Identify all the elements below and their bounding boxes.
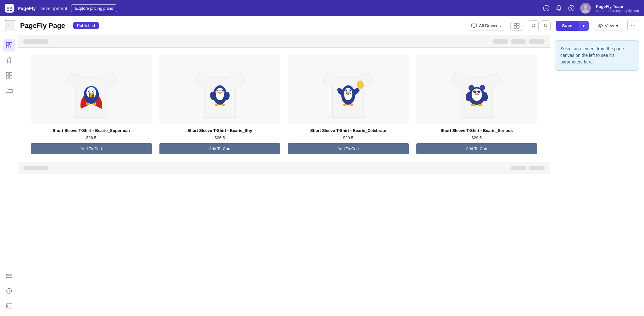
hint-text: Select an element from the page canvas o… bbox=[560, 46, 624, 64]
add-to-cart-button-2[interactable]: Add To Cart bbox=[288, 143, 409, 154]
svg-point-48 bbox=[93, 91, 94, 92]
sidebar-item-shopify[interactable] bbox=[3, 54, 15, 67]
svg-point-57 bbox=[221, 91, 225, 93]
svg-rect-19 bbox=[517, 23, 519, 25]
published-badge: Published bbox=[73, 22, 99, 29]
svg-point-65 bbox=[357, 80, 364, 89]
undo-button[interactable]: ↺ bbox=[528, 20, 539, 31]
top-bar-placeholder-2 bbox=[492, 39, 508, 44]
svg-point-47 bbox=[89, 91, 90, 92]
avatar[interactable] bbox=[580, 3, 591, 14]
add-to-cart-button-0[interactable]: Add To Cart bbox=[31, 143, 152, 154]
bottom-bar-placeholder-2 bbox=[511, 166, 526, 170]
svg-rect-4 bbox=[7, 6, 9, 8]
top-bar-placeholder-3 bbox=[511, 39, 526, 44]
product-price-2: $29.5 bbox=[343, 135, 353, 140]
logo bbox=[5, 4, 14, 13]
svg-rect-31 bbox=[9, 76, 12, 78]
view-button[interactable]: View ▾ bbox=[594, 21, 622, 30]
svg-rect-21 bbox=[517, 26, 519, 28]
svg-text:?: ? bbox=[570, 6, 573, 11]
top-navigation: PageFly Development Explore pricing plan… bbox=[0, 0, 644, 16]
view-dropdown-arrow: ▾ bbox=[616, 23, 618, 28]
top-bar-placeholder-4 bbox=[529, 39, 545, 44]
main-layout: S Short Sleeve T-Shirt - Bearie_Superman… bbox=[0, 35, 644, 316]
product-card-3: Short Sleeve T-Shirt - Bearie_Serious$29… bbox=[416, 55, 537, 154]
svg-point-60 bbox=[221, 104, 225, 106]
bottom-bar-placeholder-3 bbox=[529, 166, 545, 170]
svg-rect-6 bbox=[7, 9, 9, 10]
product-price-1: $26.5 bbox=[214, 135, 225, 140]
svg-point-88 bbox=[469, 86, 473, 90]
svg-point-36 bbox=[6, 275, 7, 276]
svg-point-71 bbox=[347, 92, 350, 94]
top-bar-placeholder-1 bbox=[23, 39, 48, 44]
svg-rect-30 bbox=[6, 76, 9, 78]
eye-icon bbox=[598, 24, 603, 28]
svg-point-11 bbox=[547, 8, 547, 8]
sidebar-item-add[interactable] bbox=[3, 39, 15, 52]
hint-box: Select an element from the page canvas o… bbox=[555, 40, 639, 71]
bell-icon[interactable] bbox=[555, 4, 563, 12]
svg-point-70 bbox=[349, 90, 350, 90]
product-image-0: S bbox=[31, 55, 152, 124]
sidebar-item-history[interactable] bbox=[3, 285, 15, 297]
save-button[interactable]: Save bbox=[556, 21, 579, 31]
product-name-2: Short Sleeve T-Shirt - Bearie_Celebrate bbox=[310, 128, 386, 133]
sidebar-item-console[interactable] bbox=[3, 300, 15, 312]
product-image-1 bbox=[159, 55, 280, 124]
svg-point-35 bbox=[6, 274, 7, 275]
more-options-button[interactable]: ··· bbox=[627, 20, 639, 31]
all-devices-label: All Devices bbox=[479, 23, 501, 28]
svg-rect-24 bbox=[9, 42, 12, 45]
chat-icon[interactable] bbox=[542, 4, 550, 12]
redo-button[interactable]: ↻ bbox=[540, 20, 551, 31]
svg-point-59 bbox=[214, 104, 219, 106]
layout-grid-button[interactable] bbox=[510, 21, 523, 31]
svg-rect-23 bbox=[6, 42, 9, 45]
svg-point-56 bbox=[214, 91, 218, 93]
undo-redo-group: ↺ ↻ bbox=[528, 20, 551, 31]
help-icon[interactable]: ? bbox=[568, 4, 575, 12]
svg-point-15 bbox=[584, 5, 587, 9]
svg-point-89 bbox=[480, 86, 484, 90]
top-nav-left: PageFly Development Explore pricing plan… bbox=[5, 4, 117, 13]
svg-rect-29 bbox=[9, 73, 12, 75]
canvas-area[interactable]: S Short Sleeve T-Shirt - Bearie_Superman… bbox=[18, 35, 550, 316]
sidebar-item-grid[interactable] bbox=[3, 69, 15, 82]
save-dropdown-button[interactable]: ▼ bbox=[579, 21, 589, 31]
svg-rect-18 bbox=[514, 23, 516, 25]
user-name: PageFly Team bbox=[596, 4, 639, 9]
add-to-cart-button-3[interactable]: Add To Cart bbox=[416, 143, 537, 154]
user-store: stores-demo.myshopify.com bbox=[596, 9, 639, 13]
svg-rect-25 bbox=[6, 46, 9, 48]
svg-point-73 bbox=[349, 104, 353, 106]
svg-rect-39 bbox=[6, 304, 12, 308]
page-title: PageFly Page bbox=[20, 22, 65, 30]
product-image-3 bbox=[416, 55, 537, 124]
brand-env: Development bbox=[40, 6, 67, 11]
svg-rect-20 bbox=[514, 26, 516, 28]
sidebar-item-list[interactable] bbox=[3, 270, 15, 282]
pricing-plans-button[interactable]: Explore pricing plans bbox=[71, 4, 117, 12]
product-name-0: Short Sleeve T-Shirt - Bearie_Superman bbox=[53, 128, 130, 133]
product-card-2: Short Sleeve T-Shirt - Bearie_Celebrate$… bbox=[288, 55, 409, 154]
svg-point-58 bbox=[218, 92, 221, 94]
add-to-cart-button-1[interactable]: Add To Cart bbox=[159, 143, 280, 154]
grid-view-icon bbox=[514, 23, 519, 29]
view-label: View bbox=[605, 23, 614, 28]
svg-rect-5 bbox=[10, 6, 12, 8]
product-price-3: $29.5 bbox=[471, 135, 482, 140]
sidebar-item-folder[interactable] bbox=[3, 84, 15, 97]
all-devices-button[interactable]: All Devices bbox=[467, 21, 505, 30]
save-group: Save ▼ bbox=[556, 21, 589, 31]
product-name-3: Short Sleeve T-Shirt - Bearie_Serious bbox=[441, 128, 513, 133]
products-grid: S Short Sleeve T-Shirt - Bearie_Superman… bbox=[18, 48, 550, 162]
user-info: PageFly Team stores-demo.myshopify.com bbox=[596, 4, 639, 13]
canvas-bottom-bar bbox=[18, 162, 550, 174]
svg-point-72 bbox=[343, 104, 347, 106]
svg-point-90 bbox=[471, 104, 475, 106]
bottom-bar-placeholder-1 bbox=[23, 166, 48, 170]
back-button[interactable]: ← bbox=[5, 20, 15, 31]
svg-point-10 bbox=[546, 8, 547, 8]
